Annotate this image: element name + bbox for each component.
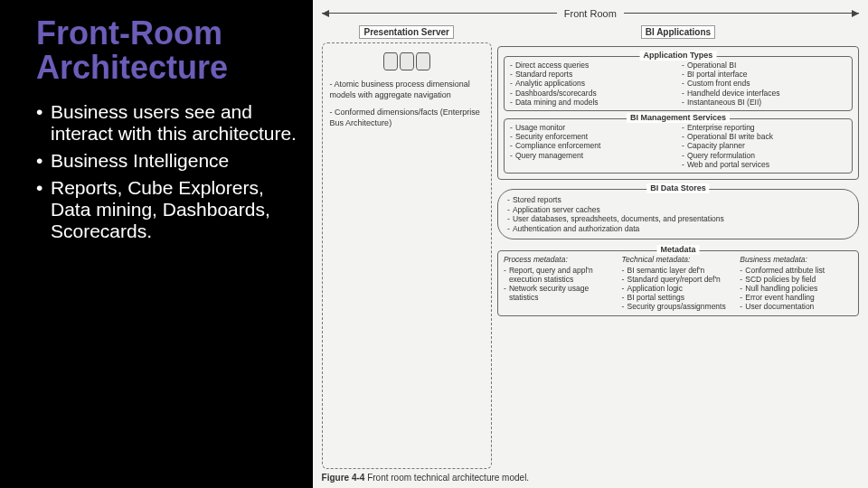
stores-box: BI Data Stores - Stored reports - Applic… [497, 189, 859, 240]
metadata-title: Metadata [656, 245, 699, 255]
diagram-columns: Presentation Server - Atomic business pr… [322, 25, 859, 469]
figure-caption: Figure 4-4 Front room technical architec… [322, 473, 859, 483]
slide: Front-Room Architecture Business users s… [0, 0, 868, 488]
presentation-box: - Atomic business process dimensional mo… [322, 42, 492, 469]
bi-apps-header: BI Applications [641, 25, 715, 39]
stores-title: BI Data Stores [646, 183, 710, 193]
presentation-line: - Atomic business process dimensional mo… [330, 80, 484, 100]
bullet-list: Business users see and interact with thi… [36, 101, 302, 243]
cylinder-icon [416, 52, 430, 70]
app-types-title: Application Types [640, 51, 717, 61]
bi-column: BI Applications Application Types Direct… [497, 25, 859, 469]
mgmt-right: Enterprise reporting Operational BI writ… [682, 123, 846, 169]
figure-text: Front room technical architecture model. [364, 473, 529, 483]
bullet-item: Business users see and interact with thi… [36, 101, 302, 145]
cylinder-icon [400, 52, 414, 70]
diagram-panel: Front Room Presentation Server - Atomic … [313, 0, 868, 488]
figure-number: Figure 4-4 [322, 473, 365, 483]
stores-list: - Stored reports - Application server ca… [507, 195, 849, 234]
left-panel: Front-Room Architecture Business users s… [0, 0, 313, 488]
app-types-left: Direct access queries Standard reports A… [510, 61, 675, 107]
mgmt-left: Usage monitor Security enforcement Compl… [510, 123, 675, 160]
slide-title: Front-Room Architecture [36, 16, 302, 85]
cylinder-icon [383, 52, 398, 70]
cylinder-group-icon [330, 52, 484, 70]
front-room-label: Front Room [557, 8, 624, 19]
mgmt-title: BI Management Services [627, 113, 730, 123]
presentation-line: - Conformed dimensions/facts (Enterprise… [330, 108, 484, 128]
mgmt-box: BI Management Services Usage monitor Sec… [504, 118, 853, 174]
presentation-header: Presentation Server [359, 25, 454, 39]
presentation-column: Presentation Server - Atomic business pr… [322, 25, 492, 469]
front-room-bar: Front Room [322, 5, 859, 22]
metadata-box: Metadata Process metadata: Report, query… [497, 250, 859, 315]
app-types-box: Application Types Direct access queries … [504, 56, 853, 111]
bullet-item: Reports, Cube Explorers, Data mining, Da… [36, 177, 302, 242]
bullet-item: Business Intelligence [36, 150, 302, 172]
bi-apps-container: Application Types Direct access queries … [497, 46, 859, 180]
app-types-right: Operational BI BI portal interface Custo… [682, 61, 846, 107]
